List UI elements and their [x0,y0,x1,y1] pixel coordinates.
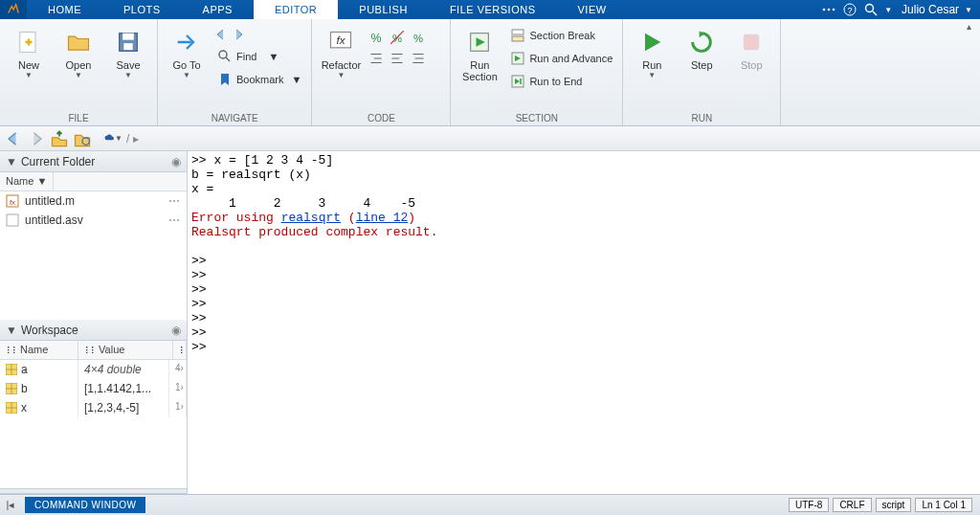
section-group-label: SECTION [457,111,616,123]
cloud-icon[interactable]: ▼ [103,129,122,148]
panel-divider[interactable] [0,488,187,494]
sb-scroll-left-icon[interactable]: |◂ [2,498,19,513]
cmd-line: 1 2 3 4 -5 [191,196,976,211]
file-more-icon[interactable]: ⋯ [168,213,181,227]
path-toolbar: ▼ / ▸ [0,126,980,151]
ws-row[interactable]: b [1,1.4142,1... 1› [0,379,187,398]
more-icon[interactable] [821,2,836,17]
find-icon [217,49,233,64]
run-icon [638,29,665,56]
section-break-button[interactable]: Section Break [506,25,616,46]
ws-name-header[interactable]: ⫶⫶ Name [0,341,78,359]
search-dropdown-icon[interactable]: ▼ [884,6,892,14]
new-button[interactable]: New▼ [6,23,52,111]
folder-columns: Name ▼ [0,172,187,191]
command-window-tab[interactable]: COMMAND WINDOW [25,497,145,513]
navigate-group-label: NAVIGATE [164,111,305,123]
open-button[interactable]: Open▼ [56,23,101,111]
run-section-button[interactable]: Run Section [457,23,502,111]
prompt: >> [191,311,976,325]
nav-forward-icon[interactable] [231,27,246,42]
uncomment-icon[interactable]: % [389,29,406,46]
run-advance-button[interactable]: Run and Advance [506,48,616,69]
tab-plots[interactable]: PLOTS [102,0,182,19]
tab-publish[interactable]: PUBLISH [338,0,429,19]
svg-point-0 [823,9,826,11]
cursor-position[interactable]: Ln 1 Col 1 [915,498,972,512]
svg-text:fx: fx [337,34,346,46]
workspace-table: a 4×4 double 4› b [1,1.4142,1... 1› x [1… [0,360,187,488]
tab-editor[interactable]: EDITOR [254,0,338,19]
folder-name-header[interactable]: Name ▼ [0,172,54,190]
save-button[interactable]: Save▼ [105,23,151,111]
error-line-link[interactable]: line 12 [356,211,409,225]
asv-file-icon [6,213,19,227]
comment-icon[interactable]: % [368,29,385,46]
search-icon[interactable] [863,2,879,17]
step-button[interactable]: Step [679,23,724,111]
ribbon-group-run: Run▼ Step Stop RUN [623,19,781,125]
refactor-button[interactable]: fx Refactor▼ [318,23,364,111]
stop-button: Stop [728,23,774,111]
path-back-icon[interactable] [4,129,23,148]
variable-icon [6,364,17,375]
workspace-header: ▼ Workspace ◉ [0,320,187,341]
tab-file-versions[interactable]: FILE VERSIONS [429,0,557,19]
eol-indicator[interactable]: CRLF [833,498,871,512]
file-row[interactable]: untitled.asv ⋯ [0,211,187,230]
collapse-folder-icon[interactable]: ▼ [6,155,17,168]
bookmark-button[interactable]: Bookmark ▼ [213,69,305,90]
ws-row[interactable]: x [1,2,3,4,-5] 1› [0,398,187,417]
ribbon-collapse-icon[interactable]: ▴ [967,21,978,33]
app-logo[interactable] [0,0,27,19]
workspace-settings-icon[interactable]: ◉ [171,324,181,337]
ws-value-header[interactable]: ⫶⫶ Value [78,341,173,359]
menubar-right: ? ▼ Julio Cesar ▼ [821,2,980,17]
nav-back-icon[interactable] [213,27,229,42]
tab-view[interactable]: VIEW [557,0,628,19]
error-func-link[interactable]: realsqrt [281,211,341,225]
stop-icon [738,29,765,56]
ws-extra-header[interactable]: ⫶ [173,341,187,359]
user-name[interactable]: Julio Cesar [902,3,959,16]
folder-settings-icon[interactable]: ◉ [171,155,181,168]
indent-icon[interactable] [368,50,385,67]
help-icon[interactable]: ? [842,2,858,17]
current-folder-header: ▼ Current Folder ◉ [0,151,187,172]
run-to-end-button[interactable]: Run to End [506,71,616,92]
code-format-icons: % % % [368,23,444,111]
run-group-label: RUN [629,111,774,123]
ws-row[interactable]: a 4×4 double 4› [0,360,187,379]
file-row[interactable]: fx untitled.m ⋯ [0,191,187,211]
status-right: UTF-8 CRLF script Ln 1 Col 1 [789,498,978,512]
encoding-indicator[interactable]: UTF-8 [789,498,829,512]
tab-apps[interactable]: APPS [182,0,254,19]
path-browse-icon[interactable] [73,129,92,148]
outdent-icon[interactable] [389,50,406,67]
command-window[interactable]: >> x = [1 2 3 4 -5] b = realsqrt (x) x =… [188,151,980,494]
path-forward-icon[interactable] [27,129,46,148]
section-break-icon [510,28,525,43]
wrap-comment-icon[interactable]: % [410,29,427,46]
ribbon-group-navigate: Go To▼ Find ▼ Bookmark ▼ NAVIGAT [158,19,312,125]
svg-rect-29 [7,214,18,226]
find-button[interactable]: Find ▼ [213,46,305,67]
run-button[interactable]: Run▼ [629,23,675,111]
new-file-icon [15,29,42,56]
smart-indent-icon[interactable] [410,50,427,67]
tab-home[interactable]: HOME [27,0,102,19]
filetype-indicator[interactable]: script [876,498,912,512]
cmd-line: >> x = [1 2 3 4 -5] [191,153,976,168]
file-more-icon[interactable]: ⋯ [168,194,181,208]
collapse-workspace-icon[interactable]: ▼ [6,324,17,337]
goto-button[interactable]: Go To▼ [164,23,210,111]
user-dropdown-icon[interactable]: ▼ [965,6,972,14]
svg-line-12 [226,57,230,61]
svg-rect-21 [512,36,523,41]
svg-rect-25 [744,34,759,50]
svg-text:%: % [413,33,423,44]
svg-text:%: % [371,32,382,45]
file-group-label: FILE [6,111,151,123]
svg-text:?: ? [848,6,853,15]
path-up-icon[interactable] [50,129,69,148]
